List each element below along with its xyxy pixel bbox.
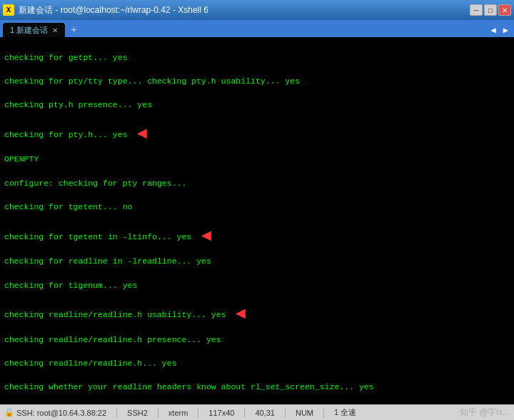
ssh-icon: 🔒 bbox=[4, 408, 14, 417]
tab-1[interactable]: 1 新建会话 ✕ bbox=[3, 23, 65, 37]
num-lock: NUM bbox=[296, 409, 313, 417]
close-button[interactable]: ✕ bbox=[498, 4, 511, 16]
host-address: root@10.64.3.88:22 bbox=[37, 409, 106, 417]
terminal-line: checking for pty/tty type... checking pt… bbox=[4, 76, 510, 88]
maximize-button[interactable]: □ bbox=[484, 4, 497, 16]
terminal-line: checking pty.h presence... yes bbox=[4, 99, 510, 111]
watermark: 知乎 @字ix... bbox=[460, 406, 510, 419]
terminal-wrapper: checking for getpt... yes checking for p… bbox=[0, 37, 514, 404]
window-title: 新建会话 - root@localhost:~/rlwrap-0.42 - Xs… bbox=[19, 4, 208, 16]
tab-next-button[interactable]: ▶ bbox=[500, 25, 511, 36]
divider bbox=[285, 408, 286, 418]
divider bbox=[323, 408, 324, 418]
title-bar-left: X 新建会话 - root@localhost:~/rlwrap-0.42 - … bbox=[3, 4, 208, 16]
terminal-dimensions: 117x40 bbox=[208, 409, 234, 417]
window-controls[interactable]: ─ □ ✕ bbox=[470, 4, 511, 16]
terminal-line: configure: checking for pty ranges... bbox=[4, 178, 510, 190]
minimize-button[interactable]: ─ bbox=[470, 4, 483, 16]
divider bbox=[116, 408, 117, 418]
terminal-line: checking for tigenum... yes bbox=[4, 280, 510, 292]
terminal-line: checking readline/readline.h... yes bbox=[4, 358, 510, 370]
terminal-output[interactable]: checking for getpt... yes checking for p… bbox=[0, 37, 514, 404]
tab-bar: 1 新建会话 ✕ + ◀ ▶ bbox=[0, 20, 514, 37]
terminal-type: xterm bbox=[168, 409, 188, 417]
tab-label: 1 新建会话 bbox=[10, 25, 48, 36]
tab-close-icon[interactable]: ✕ bbox=[52, 26, 58, 34]
terminal-line: checking readline/readline.h presence...… bbox=[4, 334, 510, 346]
tab-prev-button[interactable]: ◀ bbox=[488, 25, 499, 36]
status-bar: 🔒 SSH: root@10.64.3.88:22 SSH2 xterm 117… bbox=[0, 404, 514, 420]
terminal-line: checking for getpt... yes bbox=[4, 52, 510, 64]
terminal-line: checking for tgetent... no bbox=[4, 201, 510, 214]
terminal-line: OPENPTY bbox=[4, 154, 510, 166]
tab-navigation: ◀ ▶ bbox=[488, 25, 511, 37]
cursor-position: 40,31 bbox=[255, 409, 275, 417]
terminal-line: checking for tgetent in -ltinfo... yes ◀ bbox=[4, 226, 510, 244]
terminal-line: checking readline/readline.h usability..… bbox=[4, 304, 510, 322]
ssh-label: 🔒 SSH: root@10.64.3.88:22 bbox=[4, 408, 106, 417]
terminal-line: checking for readline in -lreadline... y… bbox=[4, 256, 510, 268]
divider bbox=[158, 408, 158, 418]
title-bar: X 新建会话 - root@localhost:~/rlwrap-0.42 - … bbox=[0, 0, 514, 20]
terminal-line: checking whether your readline headers k… bbox=[4, 381, 510, 394]
divider bbox=[198, 408, 198, 418]
divider bbox=[244, 408, 245, 418]
session-type: SSH2 bbox=[127, 409, 148, 417]
app-icon: X bbox=[3, 4, 14, 16]
terminal-line: checking for pty.h... yes ◀ bbox=[4, 124, 510, 142]
connection-speed: 1 全速 bbox=[334, 407, 356, 418]
add-tab-button[interactable]: + bbox=[66, 23, 81, 37]
